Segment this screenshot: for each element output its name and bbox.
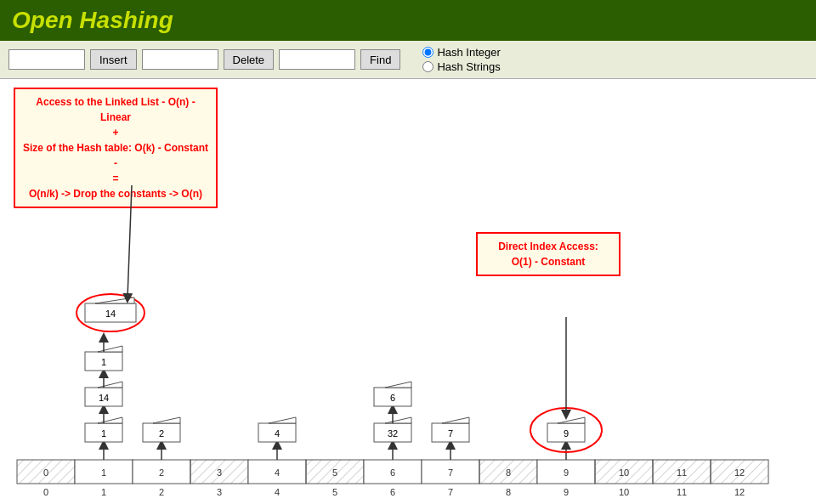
insert-button[interactable]: Insert <box>90 49 137 70</box>
header: Open Hashing <box>0 0 816 41</box>
svg-text:4: 4 <box>275 487 280 497</box>
svg-marker-82 <box>558 417 585 423</box>
svg-text:10: 10 <box>619 467 629 478</box>
svg-line-57 <box>128 185 132 298</box>
svg-text:8: 8 <box>506 487 511 497</box>
svg-marker-43 <box>98 417 122 423</box>
svg-marker-51 <box>98 346 122 352</box>
svg-text:0: 0 <box>43 467 48 478</box>
svg-marker-73 <box>385 382 411 388</box>
svg-text:6: 6 <box>390 467 395 478</box>
svg-text:9: 9 <box>564 467 569 478</box>
svg-text:4: 4 <box>275 428 280 439</box>
svg-text:9: 9 <box>564 487 569 497</box>
find-button[interactable]: Find <box>360 49 400 70</box>
svg-marker-65 <box>269 417 296 423</box>
svg-text:1: 1 <box>101 467 106 478</box>
svg-text:2: 2 <box>159 487 164 497</box>
svg-text:11: 11 <box>677 487 687 497</box>
svg-text:2: 2 <box>159 467 164 478</box>
svg-text:3: 3 <box>217 467 222 478</box>
visualization-svg: 0 1 2 3 4 5 6 7 8 9 10 11 12 <box>0 79 816 504</box>
svg-text:7: 7 <box>448 428 453 439</box>
svg-text:12: 12 <box>734 487 745 497</box>
svg-text:0: 0 <box>43 487 48 497</box>
svg-marker-77 <box>442 417 469 423</box>
hash-integer-label: Hash Integer <box>437 46 500 59</box>
delete-input[interactable] <box>142 49 218 70</box>
svg-text:12: 12 <box>734 467 745 478</box>
svg-text:32: 32 <box>388 428 398 439</box>
svg-text:5: 5 <box>332 487 337 497</box>
svg-text:6: 6 <box>390 487 395 497</box>
svg-text:9: 9 <box>564 428 569 439</box>
svg-text:1: 1 <box>101 428 106 439</box>
svg-text:1: 1 <box>101 487 106 497</box>
svg-text:14: 14 <box>105 309 116 319</box>
hash-strings-option[interactable]: Hash Strings <box>422 60 500 73</box>
svg-text:5: 5 <box>332 467 337 478</box>
delete-button[interactable]: Delete <box>224 49 275 70</box>
svg-text:6: 6 <box>390 393 395 403</box>
svg-text:11: 11 <box>677 467 687 478</box>
svg-marker-56 <box>95 297 134 303</box>
toolbar: Insert Delete Find Hash Integer Hash Str… <box>0 41 816 79</box>
svg-text:7: 7 <box>448 487 453 497</box>
svg-text:2: 2 <box>159 428 164 439</box>
svg-text:1: 1 <box>101 357 106 367</box>
app-title: Open Hashing <box>12 7 173 34</box>
hash-strings-label: Hash Strings <box>437 60 500 73</box>
hash-strings-radio[interactable] <box>422 61 434 72</box>
canvas-area: Access to the Linked List - O(n) - Linea… <box>0 79 816 504</box>
svg-marker-69 <box>385 417 411 423</box>
svg-text:10: 10 <box>619 487 629 497</box>
svg-text:8: 8 <box>506 467 511 478</box>
svg-text:4: 4 <box>275 467 280 478</box>
hash-integer-option[interactable]: Hash Integer <box>422 46 500 59</box>
find-input[interactable] <box>279 49 355 70</box>
svg-marker-61 <box>153 417 180 423</box>
hash-type-selector: Hash Integer Hash Strings <box>422 46 500 73</box>
svg-marker-47 <box>98 382 122 388</box>
hash-integer-radio[interactable] <box>422 47 434 58</box>
insert-input[interactable] <box>8 49 85 70</box>
svg-text:3: 3 <box>217 487 222 497</box>
svg-text:14: 14 <box>99 393 109 403</box>
svg-text:7: 7 <box>448 467 453 478</box>
